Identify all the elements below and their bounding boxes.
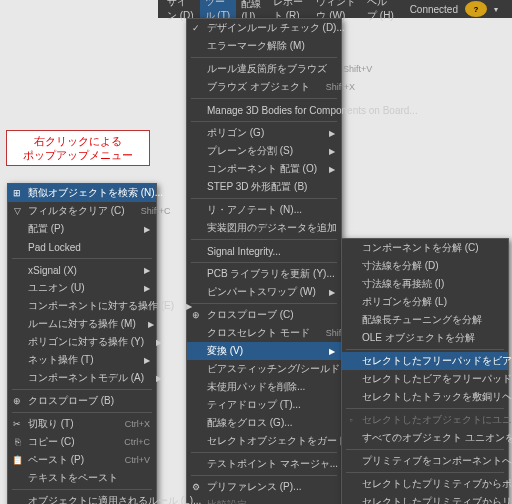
item-label: セレクトしたビアをフリーパッドへ変換 (V)	[362, 372, 512, 386]
menu-item[interactable]: ポリゴンに対する操作 (Y)▶	[8, 333, 156, 351]
menu-item[interactable]: Signal Integrity...	[187, 242, 341, 260]
menu-item[interactable]: ⊕クロスプローブ (B)	[8, 392, 156, 410]
item-label: ルームに対する操作 (M)	[28, 317, 136, 331]
menu-item[interactable]: OLE オブジェクトを分解	[342, 329, 508, 347]
tools-menu: ✓デザインルール チェック (D)...エラーマーク解除 (M)ルール違反箇所を…	[186, 18, 342, 504]
menu-item[interactable]: ✓デザインルール チェック (D)...	[187, 19, 341, 37]
menu-item[interactable]: ティアドロップ (T)...	[187, 396, 341, 414]
menu-item[interactable]: 配置 (P)▶	[8, 220, 156, 238]
menu-item[interactable]: ✂切取り (T)Ctrl+X	[8, 415, 156, 433]
item-label: セレクトしたトラックを敷銅リヘ変換 (F)	[362, 390, 512, 404]
menu-item[interactable]: すべてのオブジェクト ユニオンを解除	[342, 429, 508, 447]
submenu-arrow-icon: ▶	[144, 266, 150, 275]
menu-item: ▫セレクトしたオブジェクトにユニオンを作成	[342, 411, 508, 429]
item-icon: ⊕	[190, 309, 202, 321]
item-label: PCB ライブラリを更新 (Y)...	[207, 267, 335, 281]
menu-item[interactable]: ルームに対する操作 (M)▶	[8, 315, 156, 333]
menu-item[interactable]: コンポーネントを分解 (C)	[342, 239, 508, 257]
menu-item[interactable]: ⊕クロスプローブ (C)	[187, 306, 341, 324]
menu-item: 比較設定	[187, 496, 341, 504]
menu-item[interactable]: 配線長チューニングを分解	[342, 311, 508, 329]
item-label: ネット操作 (T)	[28, 353, 132, 367]
item-label: 配線をグロス (G)...	[207, 416, 335, 430]
menu-item[interactable]: 変換 (V)▶	[187, 342, 341, 360]
menu-item[interactable]: テストポイント マネージャ...	[187, 455, 341, 473]
item-label: クロスセレクト モード	[207, 326, 310, 340]
item-label: テストポイント マネージャ...	[207, 457, 338, 471]
menu-item[interactable]: ⚙プリファレンス (P)...	[187, 478, 341, 496]
item-label: 比較設定	[207, 498, 335, 504]
item-label: 寸法線を再接続 (I)	[362, 277, 502, 291]
menu-item[interactable]: セレクトしたプリミティブからリジョンを作成 (R)	[342, 493, 508, 504]
menu-item[interactable]: Manage 3D Bodies for Components on Board…	[187, 101, 341, 119]
item-shortcut: Shift+X	[326, 82, 355, 92]
menu-item[interactable]: ルール違反箇所をブラウズShift+V	[187, 60, 341, 78]
item-label: プリミティブをコンポーネントへ追加 (A)	[362, 454, 512, 468]
item-label: エラーマーク解除 (M)	[207, 39, 335, 53]
item-label: 寸法線を分解 (D)	[362, 259, 502, 273]
item-label: コンポーネントに対する操作 (E)	[28, 299, 174, 313]
menu-item[interactable]: ポリゴンを分解 (L)	[342, 293, 508, 311]
dropdown-icon[interactable]: ▾	[489, 3, 503, 16]
menu-item[interactable]: 実装図用のデジネータを追加	[187, 219, 341, 237]
menu-item[interactable]: ビアスティッチング/シールド (H)▶	[187, 360, 341, 378]
item-label: 配線長チューニングを分解	[362, 313, 502, 327]
menu-item[interactable]: 配線をグロス (G)...	[187, 414, 341, 432]
menu-item[interactable]: 📋ペースト (P)Ctrl+V	[8, 451, 156, 469]
menu-item[interactable]: コンポーネント 配置 (O)▶	[187, 160, 341, 178]
menu-item[interactable]: STEP 3D 外形配置 (B)	[187, 178, 341, 196]
item-label: Manage 3D Bodies for Components on Board…	[207, 105, 418, 116]
menu-item[interactable]: セレクトしたフリーパッドをビアへ変換 (P)	[342, 352, 508, 370]
menu-item[interactable]: ⊞類似オブジェクトを検索 (N)...	[8, 184, 156, 202]
item-label: リ・アノテート (N)...	[207, 203, 335, 217]
menu-item[interactable]: ユニオン (U)▶	[8, 279, 156, 297]
menu-item[interactable]: セレクトしたプリミティブからポリゴンを作成 (G)	[342, 475, 508, 493]
item-label: 配置 (P)	[28, 222, 132, 236]
menu-item[interactable]: xSignal (X)▶	[8, 261, 156, 279]
menu-item[interactable]: クロスセレクト モードShift+Ctrl+X	[187, 324, 341, 342]
menu-item[interactable]: プリミティブをコンポーネントへ追加 (A)	[342, 452, 508, 470]
menu-item[interactable]: コンポーネントモデル (A)▶	[8, 369, 156, 387]
menu-item[interactable]: プレーンを分割 (S)▶	[187, 142, 341, 160]
menu-item[interactable]: PCB ライブラリを更新 (Y)...	[187, 265, 341, 283]
submenu-arrow-icon: ▶	[144, 356, 150, 365]
menu-item[interactable]: ⎘コピー (C)Ctrl+C	[8, 433, 156, 451]
menu-help[interactable]: ヘルプ (H)	[362, 0, 400, 25]
menu-item[interactable]: コンポーネントに対する操作 (E)▶	[8, 297, 156, 315]
item-label: セレクトしたプリミティブからポリゴンを作成 (G)	[362, 477, 512, 491]
menu-item[interactable]: 未使用パッドを削除...	[187, 378, 341, 396]
menu-item[interactable]: ピンパートスワップ (W)▶	[187, 283, 341, 301]
menu-item[interactable]: オブジェクトに適用されるルール (L)...	[8, 492, 156, 504]
menu-item[interactable]: セレクトしたビアをフリーパッドへ変換 (V)	[342, 370, 508, 388]
item-icon: ▫	[345, 414, 357, 426]
item-label: OLE オブジェクトを分解	[362, 331, 502, 345]
item-icon: 📋	[11, 454, 23, 466]
item-label: コンポーネントモデル (A)	[28, 371, 144, 385]
help-icon[interactable]: ?	[465, 1, 487, 17]
menu-item[interactable]: ポリゴン (G)▶	[187, 124, 341, 142]
menu-item[interactable]: ▽フィルタをクリア (C)Shift+C	[8, 202, 156, 220]
item-label: すべてのオブジェクト ユニオンを解除	[362, 431, 512, 445]
item-label: 類似オブジェクトを検索 (N)...	[28, 186, 163, 200]
menu-item[interactable]: 寸法線を再接続 (I)	[342, 275, 508, 293]
item-label: 実装図用のデジネータを追加	[207, 221, 337, 235]
menu-item[interactable]: リ・アノテート (N)...	[187, 201, 341, 219]
menu-item[interactable]: エラーマーク解除 (M)	[187, 37, 341, 55]
item-label: クロスプローブ (B)	[28, 394, 150, 408]
menu-item[interactable]: セレクトしたトラックを敷銅リヘ変換 (F)	[342, 388, 508, 406]
convert-submenu: コンポーネントを分解 (C)寸法線を分解 (D)寸法線を再接続 (I)ポリゴンを…	[341, 238, 509, 504]
submenu-arrow-icon: ▶	[329, 165, 335, 174]
item-label: ピンパートスワップ (W)	[207, 285, 317, 299]
context-menu: ⊞類似オブジェクトを検索 (N)...▽フィルタをクリア (C)Shift+C配…	[7, 183, 157, 504]
item-label: ポリゴンに対する操作 (Y)	[28, 335, 144, 349]
item-label: コピー (C)	[28, 435, 108, 449]
menu-item[interactable]: ブラウズ オブジェクトShift+X	[187, 78, 341, 96]
menu-item[interactable]: セレクトオブジェクトをガードリング (J)	[187, 432, 341, 450]
menu-item[interactable]: テキストをペースト	[8, 469, 156, 487]
item-label: ルール違反箇所をブラウズ	[207, 62, 327, 76]
menu-item[interactable]: Pad Locked	[8, 238, 156, 256]
submenu-arrow-icon: ▶	[329, 288, 335, 297]
menu-item[interactable]: ネット操作 (T)▶	[8, 351, 156, 369]
item-icon: ⊕	[11, 395, 23, 407]
menu-item[interactable]: 寸法線を分解 (D)	[342, 257, 508, 275]
